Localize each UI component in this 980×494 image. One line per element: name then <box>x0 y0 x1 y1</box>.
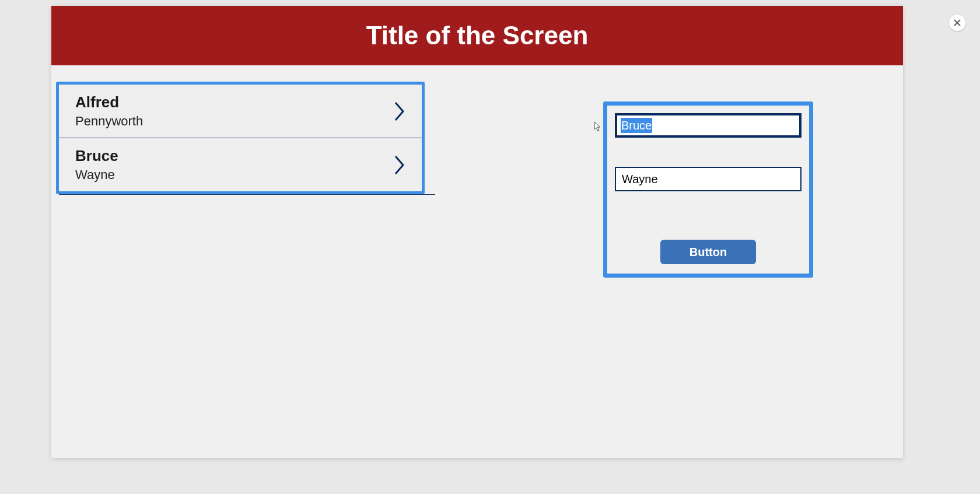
list-item[interactable]: Bruce Wayne <box>59 138 422 191</box>
list-panel: Alfred Pennyworth Bruce Wayne <box>56 82 425 194</box>
divider <box>59 194 435 195</box>
list-item-text: Alfred Pennyworth <box>75 93 143 129</box>
first-name-field-wrap: Bruce <box>615 113 802 138</box>
list-item[interactable]: Alfred Pennyworth <box>59 85 422 138</box>
chevron-right-icon <box>394 155 405 176</box>
close-icon <box>954 19 961 26</box>
close-button[interactable] <box>949 15 965 31</box>
header-bar: Title of the Screen <box>51 6 903 65</box>
submit-button[interactable]: Button <box>660 240 756 264</box>
list-item-primary: Alfred <box>75 93 143 111</box>
chevron-right-icon <box>394 101 405 122</box>
page-title: Title of the Screen <box>366 21 589 50</box>
last-name-field[interactable] <box>615 167 802 191</box>
list-item-secondary: Wayne <box>75 167 118 183</box>
form-panel: Bruce Button <box>603 101 813 278</box>
content-area: Alfred Pennyworth Bruce Wayne <box>51 65 903 458</box>
app-window: Title of the Screen Alfred Pennyworth Br… <box>51 6 903 458</box>
list-item-secondary: Pennyworth <box>75 114 143 129</box>
list-item-text: Bruce Wayne <box>75 147 118 183</box>
first-name-field[interactable] <box>615 113 802 138</box>
list-item-primary: Bruce <box>75 147 118 165</box>
